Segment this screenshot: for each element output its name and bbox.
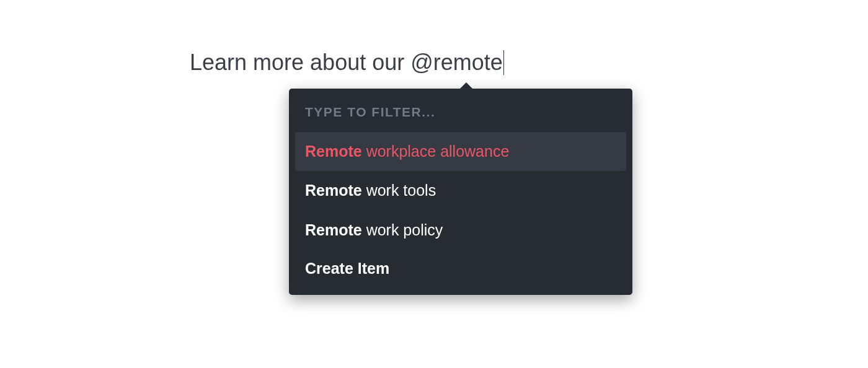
- dropdown-item-remote-work-tools[interactable]: Remote work tools: [295, 171, 626, 210]
- dropdown-filter-hint: TYPE TO FILTER...: [295, 96, 626, 132]
- mention-autocomplete-dropdown: TYPE TO FILTER... Remote workplace allow…: [289, 89, 632, 295]
- dropdown-item-rest: work policy: [362, 221, 443, 239]
- text-caret: [503, 50, 504, 75]
- dropdown-item-remote-work-policy[interactable]: Remote work policy: [295, 211, 626, 250]
- editor-line[interactable]: Learn more about our @remote: [190, 50, 504, 76]
- editor-text-prefix: Learn more about our: [190, 50, 410, 76]
- dropdown-create-item[interactable]: Create Item: [295, 250, 626, 289]
- dropdown-item-rest: work tools: [362, 182, 436, 199]
- dropdown-item-match: Remote: [305, 142, 362, 160]
- editor-mention-token: @remote: [410, 50, 503, 76]
- dropdown-item-match: Remote: [305, 221, 362, 239]
- dropdown-item-match: Remote: [305, 182, 362, 199]
- dropdown-item-rest: workplace allowance: [362, 142, 510, 160]
- dropdown-item-remote-workplace-allowance[interactable]: Remote workplace allowance: [295, 132, 626, 171]
